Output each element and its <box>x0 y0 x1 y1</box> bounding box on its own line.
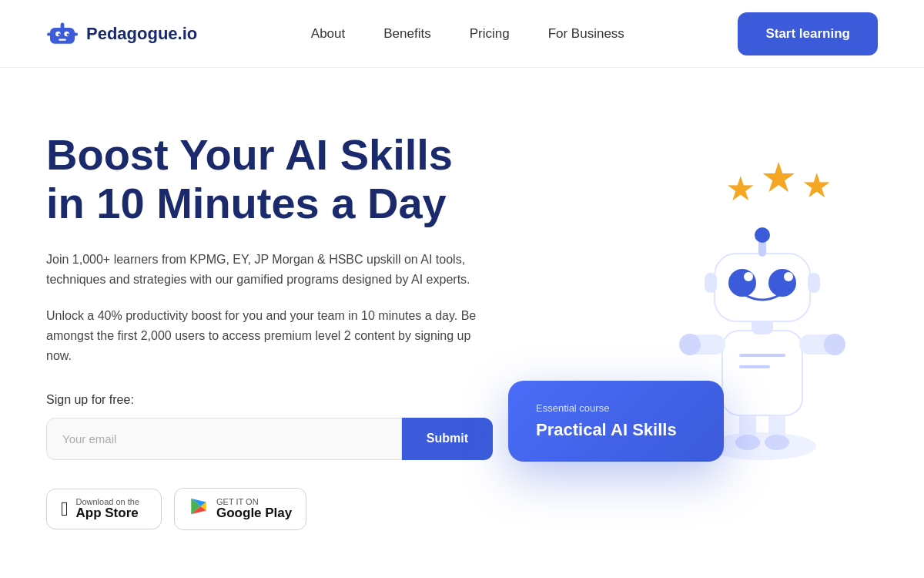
signup-label: Sign up for free: <box>46 393 493 407</box>
hero-illustration: ★ ★ ★ <box>493 138 878 523</box>
logo-text: Pedagogue.io <box>86 24 197 44</box>
logo-icon <box>46 22 79 46</box>
nav-pricing[interactable]: Pricing <box>470 26 510 42</box>
appstore-large-text: App Store <box>76 506 140 521</box>
svg-point-28 <box>755 227 770 243</box>
svg-point-25 <box>744 272 753 281</box>
svg-rect-14 <box>722 331 802 415</box>
svg-point-13 <box>765 435 789 450</box>
course-card-label: Essential course <box>536 402 696 414</box>
svg-point-20 <box>824 334 845 355</box>
svg-rect-8 <box>73 32 78 35</box>
svg-rect-29 <box>705 273 717 293</box>
svg-point-12 <box>735 435 760 450</box>
svg-rect-6 <box>61 22 65 29</box>
svg-rect-0 <box>50 28 75 44</box>
hero-desc1: Join 1,000+ learners from KPMG, EY, JP M… <box>46 250 493 291</box>
hero-section: Boost Your AI Skills in 10 Minutes a Day… <box>0 68 924 578</box>
apple-icon:  <box>61 497 69 521</box>
nav-benefits[interactable]: Benefits <box>383 26 430 42</box>
course-card: Essential course Practical AI Skills <box>508 381 724 462</box>
svg-point-26 <box>784 272 793 281</box>
course-card-title: Practical AI Skills <box>536 420 696 440</box>
svg-point-9 <box>708 432 816 460</box>
hero-left: Boost Your AI Skills in 10 Minutes a Day… <box>46 131 493 529</box>
navbar: Pedagogue.io About Benefits Pricing For … <box>0 0 924 68</box>
svg-rect-22 <box>715 254 810 321</box>
logo[interactable]: Pedagogue.io <box>46 22 197 46</box>
svg-rect-16 <box>739 365 770 368</box>
nav-for-business[interactable]: For Business <box>548 26 624 42</box>
googleplay-badge[interactable]: GET IT ON Google Play <box>174 488 306 530</box>
svg-rect-5 <box>59 39 66 40</box>
svg-point-19 <box>679 334 701 355</box>
start-learning-button[interactable]: Start learning <box>738 12 878 55</box>
svg-point-23 <box>728 269 756 297</box>
nav-links: About Benefits Pricing For Business <box>311 26 624 42</box>
app-badges:  Download on the App Store GET IT ON <box>46 488 493 530</box>
appstore-text: Download on the App Store <box>76 497 140 521</box>
hero-desc2: Unlock a 40% productivity boost for you … <box>46 306 493 367</box>
svg-point-24 <box>768 269 796 297</box>
googleplay-icon <box>189 496 209 522</box>
googleplay-text: GET IT ON Google Play <box>216 497 292 521</box>
submit-button[interactable]: Submit <box>402 418 493 460</box>
googleplay-large-text: Google Play <box>216 506 292 521</box>
signup-row: Submit <box>46 418 493 460</box>
svg-rect-3 <box>58 33 60 35</box>
star-center: ★ <box>760 153 797 202</box>
email-input[interactable] <box>46 418 402 460</box>
appstore-badge[interactable]:  Download on the App Store <box>46 489 162 529</box>
svg-rect-4 <box>67 33 69 35</box>
hero-title: Boost Your AI Skills in 10 Minutes a Day <box>46 131 493 227</box>
svg-rect-7 <box>47 32 52 35</box>
svg-rect-30 <box>808 273 820 293</box>
svg-rect-15 <box>739 354 785 357</box>
nav-about[interactable]: About <box>311 26 345 42</box>
